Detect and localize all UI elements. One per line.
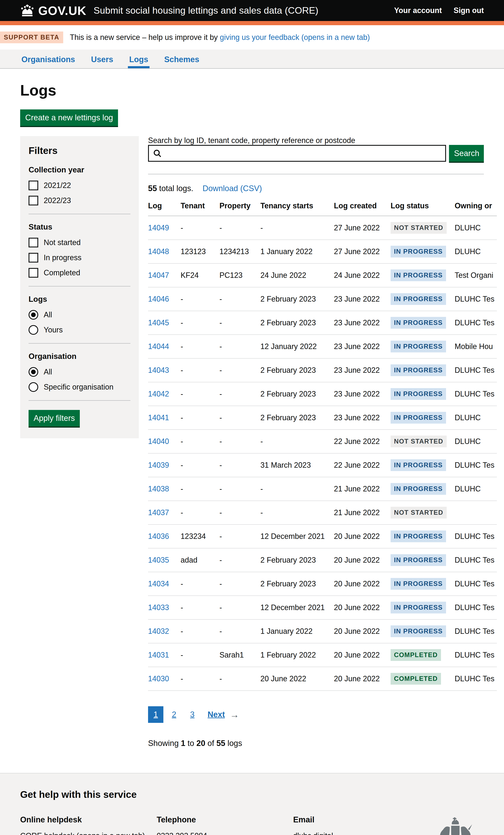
filter-group-label: Organisation [28,352,130,361]
log-id-cell: 14043 [148,359,181,382]
filter-option-label: Yours [44,326,63,334]
table-row: 14045--2 February 202323 June 2022IN PRO… [148,311,497,335]
filter-option: 2022/23 [28,196,130,205]
create-lettings-log-button[interactable]: Create a new lettings log [20,109,118,126]
pagination-page-3[interactable]: 3 [185,706,200,723]
table-row: 14049---27 June 2022NOT STARTEDDLUHC [148,216,497,240]
tenant-cell: - [181,382,219,406]
next-arrow-icon: → [230,709,239,720]
header-logo-group: GOV.UK Submit social housing lettings an… [20,4,318,18]
radio-all[interactable] [28,367,38,377]
pagination-page-2[interactable]: 2 [166,706,182,723]
search-icon [153,149,162,158]
email-link[interactable]: dluhc.digital-services@levellingup.gov.u… [293,831,388,835]
log-id-cell: 14042 [148,382,181,406]
property-cell: - [219,430,260,453]
radio-all[interactable] [28,310,38,320]
log-link[interactable]: 14039 [148,461,169,469]
tenant-cell: 123123 [181,240,219,264]
pagination-page-1[interactable]: 1 [148,706,163,723]
radio-yours[interactable] [28,325,38,335]
table-row: 14035adad-2 February 202320 June 2022IN … [148,548,497,572]
feedback-link[interactable]: giving us your feedback (opens in a new … [220,33,370,42]
your-account-link[interactable]: Your account [394,6,442,15]
property-cell: - [219,548,260,572]
status-badge: IN PROGRESS [390,483,446,495]
nav-tab-logs[interactable]: Logs [128,49,149,68]
checkbox-not-started[interactable] [28,238,38,247]
checkbox-completed[interactable] [28,268,38,278]
tenant-cell: - [181,596,219,619]
govuk-logo[interactable]: GOV.UK [38,4,86,18]
log-link[interactable]: 14045 [148,318,169,327]
property-cell: Sarah1 [219,643,260,667]
status-badge: IN PROGRESS [390,602,446,613]
log-link[interactable]: 14049 [148,223,169,232]
footer-title: Get help with this service [20,789,484,800]
table-row: 14038---21 June 2022IN PROGRESSDLUHC [148,477,497,501]
log-created-cell: 23 June 2022 [334,406,390,430]
log-link[interactable]: 14047 [148,271,169,280]
log-link[interactable]: 14038 [148,485,169,493]
log-created-cell: 23 June 2022 [334,335,390,359]
log-id-cell: 14046 [148,287,181,311]
owning-organisation-cell: Mobile Hou [455,335,497,359]
log-link[interactable]: 14041 [148,413,169,422]
tenancy-starts-cell: 1 February 2022 [260,643,334,667]
radio-specific-organisation[interactable] [28,382,38,392]
checkbox-in-progress[interactable] [28,253,38,263]
search-input[interactable] [162,146,445,161]
filters-title: Filters [28,145,130,156]
checkbox-2021/22[interactable] [28,181,38,190]
tenant-cell: - [181,406,219,430]
filter-group-label: Collection year [28,165,130,174]
apply-filters-button[interactable]: Apply filters [28,410,80,427]
results-divider [148,174,484,174]
log-link[interactable]: 14035 [148,556,169,564]
table-row: 14036123234-12 December 202120 June 2022… [148,525,497,548]
log-link[interactable]: 14043 [148,366,169,374]
tenancy-starts-cell: 12 January 2022 [260,335,334,359]
pagination-next-link[interactable]: Next [203,706,227,723]
status-badge: IN PROGRESS [390,530,446,542]
sign-out-link[interactable]: Sign out [453,6,484,15]
property-cell: - [219,216,260,240]
log-link[interactable]: 14042 [148,390,169,398]
log-created-cell: 22 June 2022 [334,453,390,477]
owning-organisation-cell: DLUHC [455,240,497,264]
log-link[interactable]: 14044 [148,342,169,351]
log-link[interactable]: 14046 [148,294,169,303]
status-badge: IN PROGRESS [390,269,446,281]
nav-tab-schemes[interactable]: Schemes [163,49,201,68]
telephone-heading: Telephone [157,815,293,824]
nav-tab-organisations[interactable]: Organisations [20,49,77,68]
log-id-cell: 14039 [148,453,181,477]
log-link[interactable]: 14032 [148,627,169,635]
search-button[interactable]: Search [449,145,484,162]
log-link[interactable]: 14048 [148,247,169,256]
service-name[interactable]: Submit social housing lettings and sales… [94,5,318,16]
helpdesk-heading: Online helpdesk [20,815,157,824]
table-row: 14046--2 February 202323 June 2022IN PRO… [148,287,497,311]
log-link[interactable]: 14030 [148,674,169,683]
filter-option-label: Not started [44,238,81,247]
phase-banner-text: This is a new service – help us improve … [70,33,370,42]
log-link[interactable]: 14036 [148,532,169,541]
core-helpdesk-link[interactable]: CORE helpdesk (opens in a new tab) [20,831,145,835]
filters-divider [28,286,130,286]
property-cell: - [219,619,260,643]
checkbox-2022/23[interactable] [28,196,38,205]
main-content: Logs Create a new lettings log Filters C… [0,82,504,773]
filter-group-label: Logs [28,295,130,304]
table-row: 14040---22 June 2022NOT STARTEDDLUHC [148,430,497,453]
log-link[interactable]: 14034 [148,579,169,588]
nav-tab-users[interactable]: Users [90,49,115,68]
log-link[interactable]: 14037 [148,508,169,517]
log-link[interactable]: 14031 [148,651,169,659]
tenancy-starts-cell: 24 June 2022 [260,264,334,287]
property-cell: - [219,453,260,477]
owning-organisation-cell: DLUHC Tes [455,311,497,335]
download-csv-link[interactable]: Download (CSV) [203,184,262,193]
log-link[interactable]: 14040 [148,437,169,446]
log-link[interactable]: 14033 [148,603,169,612]
